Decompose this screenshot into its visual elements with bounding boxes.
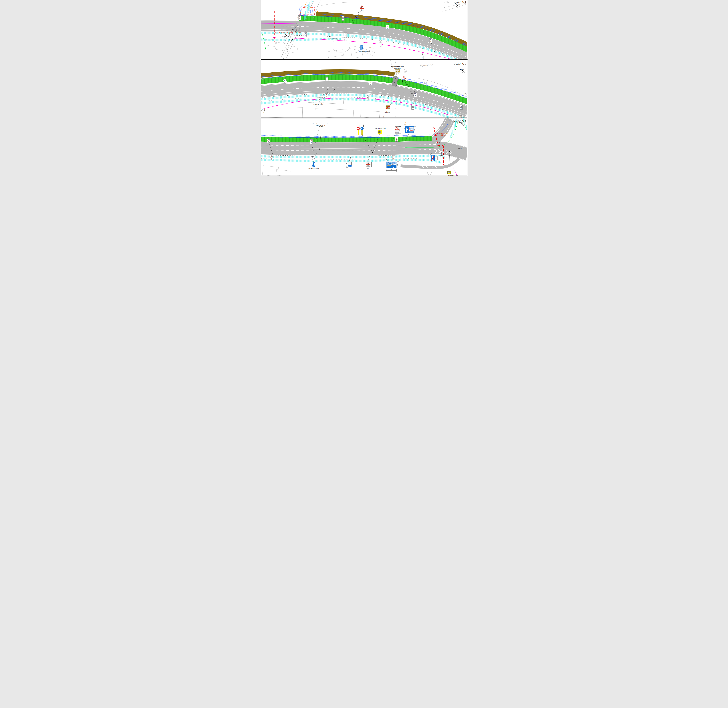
svg-text:2: 2 bbox=[305, 35, 305, 36]
dim-125: 125 bbox=[370, 164, 371, 165]
svg-text:2: 2 bbox=[461, 108, 462, 109]
svg-text:Vigentina: Vigentina bbox=[393, 162, 396, 163]
svg-text:Oltrepo Pavese: Oltrepo Pavese bbox=[386, 165, 391, 166]
svg-text:VIII: VIII bbox=[412, 106, 414, 107]
dim-90-label: 90 bbox=[404, 80, 405, 81]
sp412-label: S.P. 412 bbox=[458, 148, 462, 149]
service-road bbox=[401, 157, 460, 167]
svg-text:VIII: VIII bbox=[414, 93, 416, 95]
svg-text:II: II bbox=[300, 16, 300, 17]
quadro-3-drawing: Limite di intervento progr. 1+088 km Str… bbox=[261, 118, 467, 176]
svg-text:3: 3 bbox=[349, 162, 350, 165]
svg-text:spartitraffico: spartitraffico bbox=[395, 132, 399, 133]
svg-text:spartitraffico: spartitraffico bbox=[366, 166, 369, 167]
marker-VII-2: VII2 bbox=[366, 96, 369, 100]
marker-III-2: III2 bbox=[344, 33, 346, 37]
top-road-line bbox=[317, 2, 355, 7]
ditch-hatch bbox=[261, 156, 446, 158]
marker-II-3: II3 bbox=[440, 151, 443, 155]
layby-sign bbox=[312, 162, 315, 167]
svg-text:Valtidone: Valtidone bbox=[389, 162, 392, 163]
buildings bbox=[266, 39, 363, 58]
svg-text:VI: VI bbox=[326, 77, 328, 79]
svg-text:II: II bbox=[439, 156, 439, 158]
opera-end-sign: OPERA bbox=[385, 106, 390, 109]
road-narrows-sign bbox=[360, 5, 363, 9]
via-grazia-label: via Grazia Deledda bbox=[330, 38, 337, 39]
svg-text:II: II bbox=[305, 33, 305, 34]
svg-text:100.75: 100.75 bbox=[282, 41, 285, 43]
motorway-sign: fino a 500 cc fino a 250 cc fino a 150 c… bbox=[405, 126, 414, 133]
dim-60-a: 60 bbox=[357, 125, 359, 126]
svg-text:SP 28: SP 28 bbox=[391, 162, 393, 163]
clipped-label: Striscie bbox=[464, 93, 467, 95]
svg-text:fino a 150 cc: fino a 150 cc bbox=[410, 129, 413, 130]
svg-text:V: V bbox=[430, 39, 431, 41]
svg-text:fino a 500 cc: fino a 500 cc bbox=[410, 127, 413, 128]
topright-road-1 bbox=[443, 4, 467, 12]
svg-text:3: 3 bbox=[441, 154, 441, 155]
svg-text:NO autostop: NO autostop bbox=[410, 132, 413, 132]
inizio-spartitraffico-sign: inizio spartitraffico bbox=[395, 126, 399, 134]
tree-symbol bbox=[394, 108, 395, 109]
marker-VI-2: VI2 bbox=[325, 94, 328, 98]
panel-title: QUADRO 1 bbox=[453, 1, 466, 3]
svg-text:IX: IX bbox=[460, 116, 461, 118]
label-83: 83 bbox=[383, 116, 385, 118]
svg-text:I: I bbox=[396, 138, 397, 139]
attenuator-sign bbox=[378, 130, 382, 134]
svg-text:VI: VI bbox=[326, 94, 327, 96]
svg-text:3: 3 bbox=[439, 158, 439, 160]
svg-text:IX: IX bbox=[312, 157, 313, 159]
drawing-sheet: 90 segnale esistente via del lavoro via … bbox=[261, 0, 467, 176]
limite-label-1: Limite di intervento bbox=[434, 132, 448, 134]
fontanile-label: FONTANILE bbox=[420, 63, 434, 67]
svg-text:PAVIA: PAVIA bbox=[387, 163, 389, 164]
channel-blue-b bbox=[261, 135, 430, 136]
striscie-label-3: cod. E15075.b bbox=[316, 126, 324, 128]
svg-text:fino a 250 cc: fino a 250 cc bbox=[410, 128, 413, 129]
segnale-label-2: esistente bbox=[385, 112, 390, 113]
ditch-dotted-line bbox=[261, 36, 322, 37]
dim-125: 125 bbox=[399, 129, 400, 131]
svg-text:SP412: SP412 bbox=[387, 162, 388, 163]
svg-text:SP 412: SP 412 bbox=[348, 166, 352, 167]
marker-VIII-2: VIII2 bbox=[414, 93, 417, 97]
svg-text:LOCATE TRIULZI: LOCATE TRIULZI bbox=[387, 164, 392, 165]
svg-text:2: 2 bbox=[327, 79, 327, 81]
svg-text:2: 2 bbox=[415, 95, 416, 97]
svg-text:2: 2 bbox=[311, 142, 311, 144]
ramp-road bbox=[430, 119, 450, 142]
dim-60-b: 60 bbox=[361, 125, 363, 126]
layby-end-sign bbox=[431, 155, 435, 161]
svg-text:IX: IX bbox=[311, 140, 312, 142]
limite-label-2: progr. 1+088 km bbox=[434, 134, 446, 136]
marker-II-2: II2 bbox=[298, 16, 301, 20]
dim-100: 100 bbox=[367, 168, 369, 169]
dim-90: 90 bbox=[434, 158, 436, 159]
marker-II-2: II2 bbox=[304, 32, 307, 37]
svg-text:I: I bbox=[394, 156, 394, 158]
svg-text:2: 2 bbox=[370, 83, 371, 85]
marker-VII-2: VII2 bbox=[369, 81, 372, 85]
dim-25: 25 bbox=[346, 166, 347, 167]
marker-IX-2: IX2 bbox=[460, 105, 462, 109]
marker-IX-2: IX2 bbox=[311, 157, 314, 161]
repos-label-1: segnale esistente da bbox=[391, 66, 404, 67]
dim-300: 300 bbox=[391, 170, 392, 170]
svg-text:2: 2 bbox=[367, 99, 368, 100]
segnale-esistente-label: segnale esistente bbox=[359, 51, 370, 52]
panel-title: QUADRO 2 bbox=[453, 62, 466, 65]
marker-IX-2: IX2 bbox=[310, 139, 313, 144]
limite-intervento-label: Limite di intervento bbox=[302, 6, 316, 8]
svg-text:2: 2 bbox=[312, 159, 313, 161]
attenuator-sign bbox=[447, 171, 451, 174]
tree-symbol bbox=[396, 116, 397, 117]
marker-VIII-2: VIII2 bbox=[411, 105, 414, 109]
curve-warning-sign bbox=[402, 76, 406, 79]
marker-III-2: III2 bbox=[342, 16, 344, 20]
quadro-1-panel: 90 segnale esistente via del lavoro via … bbox=[261, 0, 467, 59]
panel-title: QUADRO 3 bbox=[453, 119, 466, 122]
dim-60: 60 bbox=[349, 160, 350, 161]
marker-VI-2: VI2 bbox=[326, 77, 328, 81]
